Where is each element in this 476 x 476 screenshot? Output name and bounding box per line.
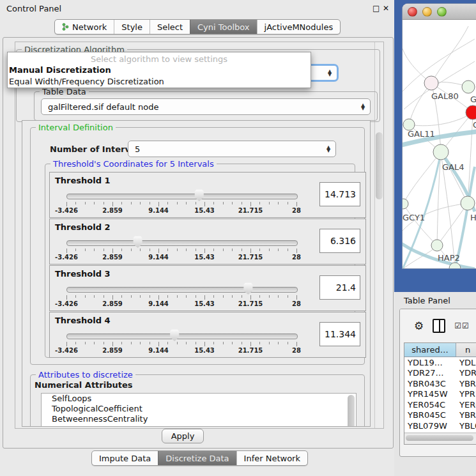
slider-tick — [131, 249, 132, 251]
algorithm-combo-stepper-icon[interactable]: ▲▼ — [325, 70, 337, 76]
table-hscrollbar-thumb[interactable] — [406, 435, 473, 441]
threshold-label: Threshold 3 — [55, 269, 111, 279]
slider-tick — [196, 249, 196, 251]
network-node-h[interactable] — [461, 196, 475, 210]
table-row[interactable]: YBR045CYBR0 — [404, 410, 476, 421]
tab-infer-network[interactable]: Infer Network — [236, 451, 307, 465]
slider-tick — [269, 202, 270, 204]
network-node-gcy1[interactable] — [403, 199, 408, 209]
slider-tick — [213, 295, 214, 298]
algorithm-option-manual-discretization[interactable]: Manual Discretization — [8, 65, 311, 76]
attribute-item-topologicalcoefficient[interactable]: TopologicalCoefficient — [42, 404, 356, 414]
cell-name: YPR1 — [456, 389, 476, 399]
slider-tick — [150, 342, 150, 344]
table-row[interactable]: YER054CYER0 — [404, 399, 476, 410]
slider-thumb[interactable] — [194, 189, 204, 201]
table-row[interactable]: YBL079WYBL0 — [404, 420, 476, 431]
zoom-traffic-light-icon[interactable] — [437, 7, 447, 17]
slider-thumb[interactable] — [169, 329, 180, 341]
algorithm-popup-placeholder[interactable]: Select algorithm to view settings — [8, 52, 311, 65]
slider-tick — [94, 249, 95, 251]
gear-icon[interactable]: ⚙ — [414, 319, 424, 332]
list-scrollbar-thumb[interactable] — [348, 395, 355, 427]
float-icon[interactable]: □ — [372, 4, 380, 13]
column-header-name[interactable]: n — [456, 343, 476, 357]
tab-style[interactable]: Style — [114, 20, 150, 34]
slider-track[interactable] — [66, 194, 298, 199]
tab-cyni-toolbox[interactable]: Cyni Toolbox — [190, 20, 257, 34]
slider-thumb[interactable] — [243, 282, 253, 295]
network-node-gal4[interactable] — [433, 144, 449, 160]
thresholds-group-title: Threshold's Coordinates for 5 Intervals — [50, 159, 217, 169]
apply-button[interactable]: Apply — [162, 429, 204, 443]
slider-tick — [75, 342, 76, 344]
tab-select[interactable]: Select — [150, 20, 190, 34]
split-table-icon[interactable] — [433, 319, 445, 333]
threshold-value-field[interactable]: 21.4 — [319, 275, 360, 300]
slider-track[interactable] — [66, 334, 298, 339]
close-icon[interactable]: ✕ — [383, 4, 389, 13]
cell-shared-name: YDL19… — [404, 358, 456, 367]
tab-discretize-data[interactable]: Discretize Data — [158, 451, 236, 465]
num-intervals-spinner[interactable]: 5 ▲▼ — [128, 141, 336, 157]
tab-network[interactable]: Network — [55, 20, 114, 34]
table-row[interactable]: YDL19…YDL1 — [404, 357, 476, 368]
attribute-item-selfloops[interactable]: SelfLoops — [42, 394, 356, 404]
slider-tick — [278, 202, 279, 204]
tab-jactivemnodules[interactable]: jActiveMNodules — [257, 20, 341, 34]
threshold-value-field[interactable]: 11.344 — [319, 322, 360, 346]
slider-tick — [75, 202, 76, 204]
minimize-traffic-light-icon[interactable] — [422, 7, 432, 17]
threshold-value-field[interactable]: 14.713 — [319, 182, 360, 206]
table-row[interactable]: YBR043CYBR0 — [404, 378, 476, 389]
slider-tick — [232, 202, 233, 204]
table-data-combo[interactable]: galFiltered.sif default node ▲▼ — [41, 98, 371, 115]
slider-track[interactable] — [66, 287, 298, 293]
cell-shared-name: YER054C — [404, 400, 456, 410]
slider-tick — [296, 295, 297, 300]
slider-tick — [250, 249, 251, 253]
slider-tick — [296, 342, 297, 346]
attributes-group: Attributes to discretize Numerical Attri… — [30, 374, 365, 427]
spinner-stepper-icon[interactable]: ▲▼ — [324, 146, 335, 152]
slider-tick — [204, 295, 205, 300]
algorithm-option-equal-width-frequency-discretization[interactable]: Equal Width/Frequency Discretization — [8, 76, 311, 88]
combo-stepper-icon[interactable]: ▲▼ — [358, 104, 370, 110]
slider-tick — [259, 249, 260, 251]
slider-tick — [288, 342, 288, 344]
network-window-titlebar[interactable] — [403, 4, 476, 20]
table-data-title: Table Data — [40, 87, 89, 96]
column-header-shared-name[interactable]: shared… — [404, 343, 456, 357]
table-hscrollbar[interactable] — [404, 433, 476, 444]
threshold-value-field[interactable]: 6.316 — [319, 229, 360, 253]
network-node-ga[interactable] — [462, 81, 475, 93]
slider-tick-label: -3.426 — [47, 207, 86, 214]
tab-impute-data[interactable]: Impute Data — [92, 451, 158, 465]
slider-tick-label: 21.715 — [231, 207, 270, 214]
network-node-hap2[interactable] — [431, 240, 443, 251]
table-rows: YDL19…YDL1YDR27…YDR2YBR043CYBR0YPR145WYP… — [404, 357, 476, 445]
network-node-c[interactable] — [466, 105, 476, 119]
slider-tick — [112, 342, 113, 346]
tab-label: Select — [157, 22, 183, 32]
slider-track[interactable] — [66, 240, 298, 246]
table-row[interactable]: YPR145WYPR1 — [404, 389, 476, 400]
network-node-gal80[interactable] — [424, 76, 438, 90]
network-canvas[interactable]: GAL80GACGAL11GAL4GCY1HHAP2 — [403, 20, 476, 268]
slider-thumb[interactable] — [133, 236, 143, 248]
close-traffic-light-icon[interactable] — [408, 7, 417, 17]
slider-tick-label: 28 — [277, 207, 316, 214]
tab-label: jActiveMNodules — [265, 22, 334, 32]
slider-tick — [288, 249, 288, 251]
slider-tick — [167, 249, 168, 251]
settings-scrollbar-thumb[interactable] — [376, 132, 383, 199]
slider-tick-label: 2.859 — [93, 207, 132, 214]
numerical-attributes-list[interactable]: SelfLoopsTopologicalCoefficientBetweenne… — [41, 393, 357, 427]
attribute-item-betweennesscentrality[interactable]: BetweennessCentrality — [42, 414, 356, 424]
slider-tick — [186, 295, 187, 298]
checkbox-columns-icon[interactable]: ☑☑ — [454, 321, 470, 330]
table-row[interactable]: YDR27…YDR2 — [404, 368, 476, 379]
slider-tick — [196, 342, 196, 344]
interval-definition-title: Interval Definition — [36, 123, 116, 132]
slider-tick-label: 28 — [277, 300, 316, 307]
